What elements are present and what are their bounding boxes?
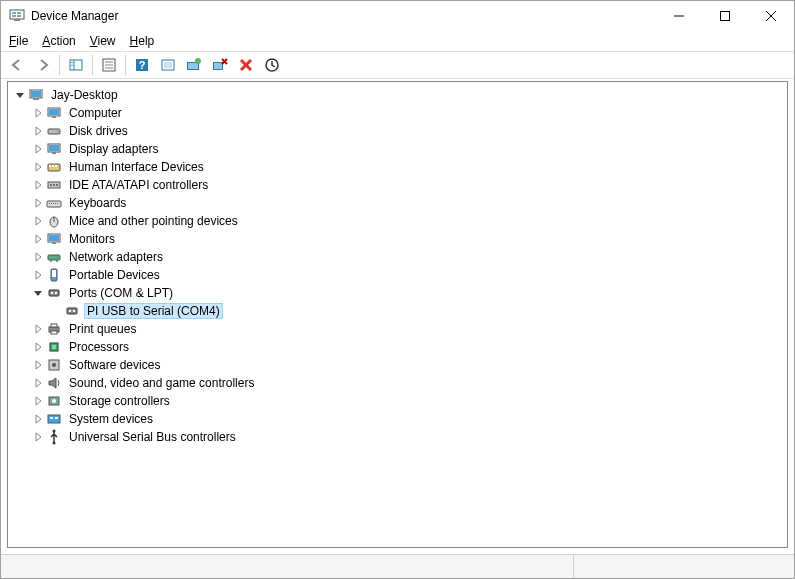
- svg-rect-13: [71, 65, 73, 66]
- tree-category-3[interactable]: Human Interface Devices: [8, 158, 787, 176]
- expand-arrow[interactable]: [30, 141, 46, 157]
- tree-category-0[interactable]: Computer: [8, 104, 787, 122]
- expand-arrow[interactable]: [30, 123, 46, 139]
- tree-category-8[interactable]: Network adapters: [8, 248, 787, 266]
- expand-arrow[interactable]: [30, 285, 46, 301]
- svg-point-24: [195, 58, 201, 64]
- expand-arrow[interactable]: [30, 357, 46, 373]
- svg-rect-0: [10, 10, 24, 19]
- svg-point-84: [53, 442, 56, 445]
- tree-category-6[interactable]: Mice and other pointing devices: [8, 212, 787, 230]
- tree-category-2[interactable]: Display adapters: [8, 140, 787, 158]
- svg-rect-35: [52, 116, 56, 118]
- expand-arrow[interactable]: [30, 267, 46, 283]
- expand-arrow[interactable]: [30, 375, 46, 391]
- svg-point-83: [53, 430, 56, 433]
- svg-point-48: [56, 184, 58, 186]
- svg-rect-65: [49, 290, 59, 296]
- svg-point-79: [52, 399, 56, 403]
- svg-rect-81: [50, 417, 53, 419]
- expand-arrow[interactable]: [30, 213, 46, 229]
- svg-rect-42: [49, 165, 51, 167]
- tree-category-4[interactable]: IDE ATA/ATAPI controllers: [8, 176, 787, 194]
- scan-hardware-button[interactable]: [156, 53, 180, 77]
- menubar: File Action View Help: [1, 31, 794, 51]
- expand-arrow[interactable]: [30, 249, 46, 265]
- tree-root[interactable]: Jay-Desktop: [8, 86, 787, 104]
- tree-category-1[interactable]: Disk drives: [8, 122, 787, 140]
- tree-category-11[interactable]: Print queues: [8, 320, 787, 338]
- help-button[interactable]: ?: [130, 53, 154, 77]
- tree-device-10-0[interactable]: PI USB to Serial (COM4): [8, 302, 787, 320]
- tree-item-label: IDE ATA/ATAPI controllers: [66, 177, 211, 193]
- svg-rect-32: [33, 98, 39, 100]
- enable-device-button[interactable]: [260, 53, 284, 77]
- tree-item-label: Keyboards: [66, 195, 129, 211]
- device-tree[interactable]: Jay-DesktopComputerDisk drivesDisplay ad…: [7, 81, 788, 548]
- disk-icon: [46, 123, 62, 139]
- expand-arrow[interactable]: [30, 321, 46, 337]
- svg-rect-72: [51, 324, 57, 327]
- menu-help[interactable]: Help: [130, 34, 155, 48]
- tree-category-16[interactable]: System devices: [8, 410, 787, 428]
- svg-rect-73: [51, 331, 57, 334]
- tree-category-5[interactable]: Keyboards: [8, 194, 787, 212]
- menu-view[interactable]: View: [90, 34, 116, 48]
- menu-file-rest: ile: [16, 34, 28, 48]
- menu-action[interactable]: Action: [42, 34, 75, 48]
- tree-category-7[interactable]: Monitors: [8, 230, 787, 248]
- tree-item-label: Ports (COM & LPT): [66, 285, 176, 301]
- svg-rect-62: [56, 260, 58, 262]
- svg-rect-68: [67, 308, 77, 314]
- expand-arrow[interactable]: [12, 87, 28, 103]
- tree-item-label: Portable Devices: [66, 267, 163, 283]
- expand-arrow[interactable]: [30, 411, 46, 427]
- tree-category-14[interactable]: Sound, video and game controllers: [8, 374, 787, 392]
- expand-arrow[interactable]: [30, 231, 46, 247]
- uninstall-device-button[interactable]: [208, 53, 232, 77]
- show-hide-tree-button[interactable]: [64, 53, 88, 77]
- menu-file[interactable]: File: [9, 34, 28, 48]
- back-button[interactable]: [5, 53, 29, 77]
- svg-rect-1: [12, 12, 16, 14]
- close-button[interactable]: [748, 1, 794, 31]
- expand-arrow[interactable]: [30, 429, 46, 445]
- monitor-icon: [46, 105, 62, 121]
- expand-arrow[interactable]: [30, 159, 46, 175]
- usb-icon: [46, 429, 62, 445]
- update-driver-button[interactable]: [182, 53, 206, 77]
- monitor-icon: [46, 141, 62, 157]
- expand-arrow[interactable]: [30, 105, 46, 121]
- storage-icon: [46, 393, 62, 409]
- tree-item-label: Disk drives: [66, 123, 131, 139]
- properties-button[interactable]: [97, 53, 121, 77]
- expand-arrow[interactable]: [30, 195, 46, 211]
- svg-rect-59: [52, 242, 56, 244]
- tree-category-10[interactable]: Ports (COM & LPT): [8, 284, 787, 302]
- tree-item-label: Jay-Desktop: [48, 87, 121, 103]
- disable-device-button[interactable]: [234, 53, 258, 77]
- svg-rect-4: [17, 15, 21, 17]
- expand-arrow[interactable]: [30, 393, 46, 409]
- svg-rect-67: [55, 292, 57, 294]
- tree-item-label: Monitors: [66, 231, 118, 247]
- menu-view-rest: iew: [98, 34, 116, 48]
- toolbar: ?: [1, 51, 794, 79]
- svg-point-37: [57, 131, 59, 133]
- ide-icon: [46, 177, 62, 193]
- maximize-button[interactable]: [702, 1, 748, 31]
- app-icon: [9, 8, 25, 24]
- forward-button[interactable]: [31, 53, 55, 77]
- minimize-button[interactable]: [656, 1, 702, 31]
- tree-category-15[interactable]: Storage controllers: [8, 392, 787, 410]
- expand-arrow[interactable]: [30, 177, 46, 193]
- svg-rect-80: [48, 415, 60, 423]
- window-title: Device Manager: [31, 9, 656, 23]
- tree-category-13[interactable]: Software devices: [8, 356, 787, 374]
- expand-arrow[interactable]: [30, 339, 46, 355]
- svg-point-47: [53, 184, 55, 186]
- tree-category-12[interactable]: Processors: [8, 338, 787, 356]
- tree-category-17[interactable]: Universal Serial Bus controllers: [8, 428, 787, 446]
- svg-rect-60: [48, 255, 60, 260]
- tree-category-9[interactable]: Portable Devices: [8, 266, 787, 284]
